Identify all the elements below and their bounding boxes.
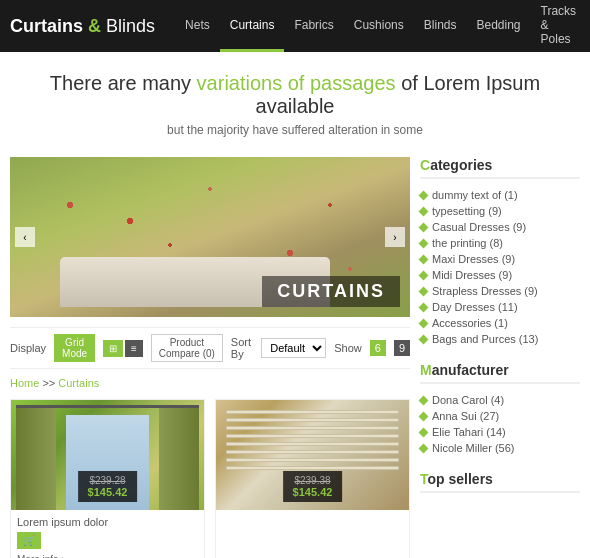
product-toolbar: Display Grid Mode ⊞ ≡ Product Compare (0… [10,327,410,369]
diamond-icon [419,302,429,312]
category-item[interactable]: Casual Dresses (9) [420,219,580,235]
blind-strip [226,410,399,414]
diamond-icon [419,254,429,264]
product-image-2: $239.38 $145.42 [216,400,409,510]
category-label: the printing (8) [432,237,503,249]
main-nav: Nets Curtains Fabrics Cushions Blinds Be… [175,0,590,52]
manufacturer-item[interactable]: Anna Sui (27) [420,408,580,424]
breadcrumb: Home >> Curtains [10,377,410,389]
categories-title: Categories [420,157,580,179]
category-item[interactable]: Midi Dresses (9) [420,267,580,283]
manufacturer-item[interactable]: Dona Carol (4) [420,392,580,408]
slider-label: CURTAINS [262,276,400,307]
show-6-button[interactable]: 6 [370,340,386,356]
header: Curtains & Blinds Nets Curtains Fabrics … [0,0,590,52]
grid-icon-button[interactable]: ⊞ [103,340,123,357]
category-label: Casual Dresses (9) [432,221,526,233]
category-item[interactable]: typesetting (9) [420,203,580,219]
manufacturer-item[interactable]: Elie Tahari (14) [420,424,580,440]
manufacturer-title: Manufacturer [420,362,580,384]
diamond-icon [419,206,429,216]
category-label: dummy text of (1) [432,189,518,201]
category-item[interactable]: dummy text of (1) [420,187,580,203]
nav-blinds[interactable]: Blinds [414,0,467,52]
blind-strip [226,466,399,470]
category-label: Day Dresses (11) [432,301,518,313]
category-item[interactable]: Day Dresses (11) [420,299,580,315]
nav-essentials[interactable]: Essentials [586,0,590,52]
blind-strip [226,418,399,422]
sort-select[interactable]: Default Name Price [261,338,326,358]
add-to-cart-button[interactable]: 🛒 [17,532,41,549]
content-area: CURTAINS ‹ › Display Grid Mode ⊞ ≡ Produ… [10,157,410,558]
logo-blinds: Blinds [101,16,155,36]
display-label: Display [10,342,46,354]
nav-nets[interactable]: Nets [175,0,220,52]
category-item[interactable]: Maxi Dresses (9) [420,251,580,267]
category-label: Maxi Dresses (9) [432,253,515,265]
diamond-icon [419,318,429,328]
hero-heading: There are many variations of passages of… [10,72,580,118]
slider-next-button[interactable]: › [385,227,405,247]
price-box: $239.28 $145.42 [78,471,138,502]
nav-bedding[interactable]: Bedding [466,0,530,52]
product-grid: $239.28 $145.42 Lorem ipsum dolor 🛒 More… [10,399,410,558]
nav-cushions[interactable]: Cushions [344,0,414,52]
price-old: $239.28 [88,475,128,486]
blind-strip [226,426,399,430]
category-label: Bags and Purces (13) [432,333,538,345]
price-box: $239.38 $145.42 [283,471,343,502]
product-actions: More info › Add to Wish List › Add to Co… [17,552,198,558]
compare-button[interactable]: Product Compare (0) [151,334,223,362]
diamond-icon [419,427,429,437]
hero-section: There are many variations of passages of… [0,52,590,147]
category-item[interactable]: the printing (8) [420,235,580,251]
curtain-panel-left [16,408,56,510]
nav-curtains[interactable]: Curtains [220,0,285,52]
hero-slider: CURTAINS ‹ › [10,157,410,317]
category-item[interactable]: Strapless Dresses (9) [420,283,580,299]
blind-strip [226,458,399,462]
categories-title-rest: ategories [430,157,492,173]
manufacturer-label: Elie Tahari (14) [432,426,506,438]
manufacturer-title-rest: anufacturer [432,362,509,378]
grid-mode-button[interactable]: Grid Mode [54,334,95,362]
list-icon-button[interactable]: ≡ [125,340,143,357]
manufacturer-label: Anna Sui (27) [432,410,499,422]
topsellers-title-letter: T [420,471,428,487]
category-item[interactable]: Accessories (1) [420,315,580,331]
diamond-icon [419,443,429,453]
category-item[interactable]: Bags and Purces (13) [420,331,580,347]
manufacturer-item[interactable]: Nicole Miller (56) [420,440,580,456]
product-title: Lorem ipsum dolor [17,516,198,528]
product-info [216,510,409,526]
logo-curtains: Curtains [10,16,83,36]
blind-strip [226,434,399,438]
sort-label: Sort By [231,336,253,360]
manufacturer-title-letter: M [420,362,432,378]
nav-fabrics[interactable]: Fabrics [284,0,343,52]
breadcrumb-separator: >> [42,377,58,389]
hero-subtext: but the majority have suffered alteratio… [10,123,580,137]
show-label: Show [334,342,362,354]
diamond-icon [419,286,429,296]
product-card: $239.38 $145.42 [215,399,410,558]
diamond-icon [419,238,429,248]
categories-title-letter: C [420,157,430,173]
breadcrumb-home[interactable]: Home [10,377,39,389]
more-info-link[interactable]: More info › [17,552,198,558]
logo-amp: & [83,16,101,36]
nav-tracks[interactable]: Tracks & Poles [531,0,587,52]
sidebar: Categories dummy text of (1) typesetting… [420,157,580,558]
manufacturer-label: Dona Carol (4) [432,394,504,406]
diamond-icon [419,395,429,405]
slider-prev-button[interactable]: ‹ [15,227,35,247]
breadcrumb-current[interactable]: Curtains [58,377,99,389]
manufacturer-label: Nicole Miller (56) [432,442,515,454]
manufacturer-section: Manufacturer Dona Carol (4) Anna Sui (27… [420,362,580,456]
product-card: $239.28 $145.42 Lorem ipsum dolor 🛒 More… [10,399,205,558]
show-9-button[interactable]: 9 [394,340,410,356]
category-label: Accessories (1) [432,317,508,329]
price-new: $145.42 [88,486,128,498]
product-info: Lorem ipsum dolor 🛒 More info › Add to W… [11,510,204,558]
